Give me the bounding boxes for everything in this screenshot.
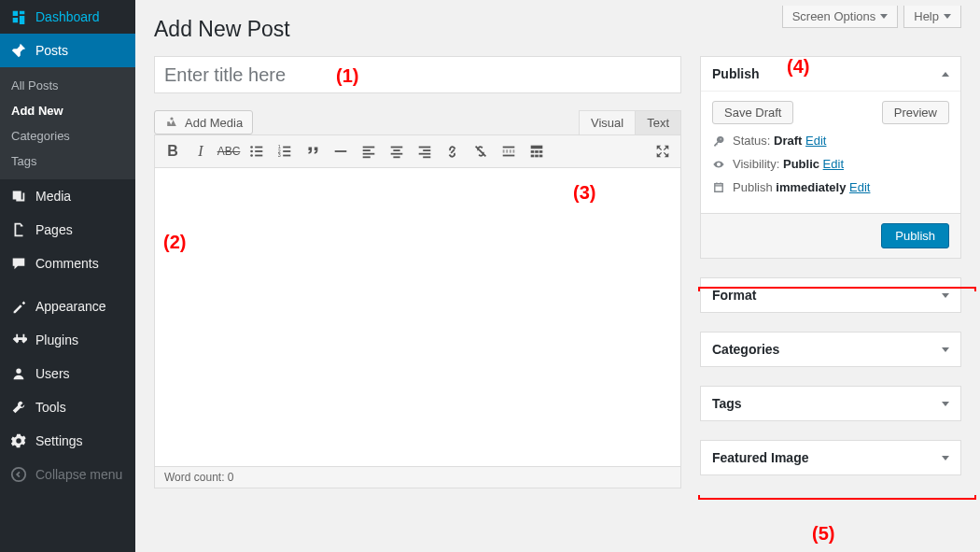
help-button[interactable]: Help (903, 6, 961, 28)
visibility-row: Visibility: Public Edit (712, 157, 949, 171)
menu-pages[interactable]: Pages (0, 213, 135, 247)
sidebar-column: Publish Save Draft Preview Status: Draft… (700, 56, 961, 494)
menu-label: Plugins (35, 333, 78, 347)
media-icon (164, 115, 179, 130)
tools-icon (9, 398, 28, 417)
svg-point-0 (12, 468, 25, 481)
tab-visual[interactable]: Visual (580, 111, 635, 134)
submenu-categories[interactable]: Categories (0, 123, 135, 149)
submenu-tags[interactable]: Tags (0, 149, 135, 174)
editor-content-area[interactable] (154, 168, 681, 467)
submenu-all-posts[interactable]: All Posts (0, 73, 135, 98)
main-content: Screen Options Help Add New Post Add Med… (135, 0, 980, 552)
svg-rect-17 (363, 156, 371, 158)
featured-image-header[interactable]: Featured Image (701, 441, 960, 474)
menu-label: Users (35, 366, 70, 381)
help-label: Help (914, 9, 939, 23)
italic-button[interactable]: I (188, 138, 214, 164)
menu-users[interactable]: Users (0, 357, 135, 390)
publish-metabox: Publish Save Draft Preview Status: Draft… (700, 56, 961, 259)
chevron-down-icon (942, 456, 949, 460)
blockquote-button[interactable] (300, 138, 326, 164)
post-title-input[interactable] (154, 56, 681, 93)
edit-schedule-link[interactable]: Edit (849, 180, 870, 194)
svg-rect-20 (391, 153, 403, 155)
publish-heading: Publish (712, 66, 760, 81)
svg-rect-12 (283, 155, 290, 157)
numbered-list-button[interactable]: 123 (272, 138, 298, 164)
pages-icon (9, 220, 28, 239)
posts-submenu: All Posts Add New Categories Tags (0, 67, 135, 179)
bold-button[interactable]: B (160, 138, 186, 164)
tags-header[interactable]: Tags (701, 387, 960, 420)
chevron-down-icon (880, 14, 888, 19)
featured-image-metabox: Featured Image (700, 440, 961, 475)
toolbar-toggle-button[interactable] (524, 138, 550, 164)
pin-icon (9, 41, 28, 60)
svg-rect-15 (363, 149, 371, 151)
svg-rect-2 (255, 147, 262, 149)
link-button[interactable] (440, 138, 466, 164)
svg-rect-21 (393, 156, 399, 158)
svg-point-3 (250, 150, 253, 153)
plugins-icon (9, 331, 28, 349)
menu-tools[interactable]: Tools (0, 390, 135, 424)
comments-icon (9, 254, 28, 273)
publish-header[interactable]: Publish (701, 57, 960, 92)
readmore-button[interactable] (496, 138, 522, 164)
add-media-button[interactable]: Add Media (154, 110, 253, 134)
chevron-down-icon (942, 347, 949, 352)
editor-toolbar: B I ABC 123 (154, 134, 681, 168)
collapse-menu[interactable]: Collapse menu (0, 458, 135, 491)
publish-button[interactable]: Publish (881, 223, 949, 248)
align-left-button[interactable] (356, 138, 382, 164)
bullet-list-button[interactable] (244, 138, 270, 164)
menu-label: Dashboard (35, 9, 100, 24)
format-metabox: Format (700, 277, 961, 313)
fullscreen-button[interactable] (650, 138, 676, 164)
menu-plugins[interactable]: Plugins (0, 323, 135, 357)
svg-rect-28 (503, 155, 515, 157)
tab-text[interactable]: Text (635, 111, 680, 134)
submenu-add-new[interactable]: Add New (0, 98, 135, 123)
edit-status-link[interactable]: Edit (805, 134, 826, 148)
unlink-button[interactable] (468, 138, 494, 164)
svg-rect-24 (419, 153, 431, 155)
hr-button[interactable] (328, 138, 354, 164)
screen-options-button[interactable]: Screen Options (782, 6, 899, 28)
svg-rect-32 (539, 150, 543, 153)
svg-rect-4 (255, 150, 262, 152)
menu-label: Media (35, 189, 71, 204)
menu-settings[interactable]: Settings (0, 424, 135, 458)
align-center-button[interactable] (384, 138, 410, 164)
svg-rect-29 (531, 146, 543, 149)
categories-metabox: Categories (700, 332, 961, 367)
menu-appearance[interactable]: Appearance (0, 290, 135, 323)
svg-rect-33 (531, 155, 535, 158)
strikethrough-button[interactable]: ABC (216, 138, 242, 164)
tags-heading: Tags (712, 396, 742, 411)
preview-button[interactable]: Preview (882, 101, 949, 124)
menu-label: Posts (35, 43, 68, 58)
svg-rect-35 (539, 155, 543, 158)
menu-dashboard[interactable]: Dashboard (0, 0, 135, 34)
featured-image-heading: Featured Image (712, 450, 808, 465)
format-header[interactable]: Format (701, 278, 960, 312)
chevron-down-icon (944, 14, 951, 19)
save-draft-button[interactable]: Save Draft (712, 101, 793, 124)
svg-rect-8 (283, 147, 290, 149)
menu-media[interactable]: Media (0, 179, 135, 213)
categories-header[interactable]: Categories (701, 333, 960, 366)
svg-rect-31 (535, 150, 539, 153)
screen-meta-buttons: Screen Options Help (782, 6, 961, 28)
edit-visibility-link[interactable]: Edit (823, 157, 844, 171)
eye-icon (712, 158, 725, 171)
svg-text:3: 3 (278, 152, 281, 158)
menu-posts[interactable]: Posts (0, 34, 135, 67)
svg-rect-23 (423, 149, 430, 151)
svg-rect-16 (363, 153, 375, 155)
align-right-button[interactable] (412, 138, 438, 164)
editor-column: Add Media Visual Text B I ABC 123 (154, 56, 681, 494)
dashboard-icon (9, 7, 28, 26)
menu-comments[interactable]: Comments (0, 247, 135, 280)
